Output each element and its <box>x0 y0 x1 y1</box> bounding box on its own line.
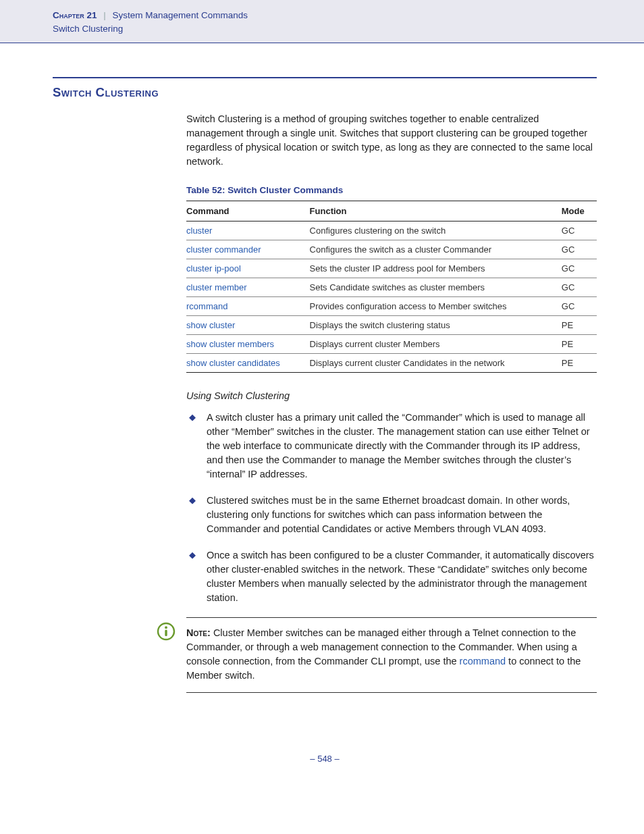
cmd-link[interactable]: cluster member <box>186 282 247 292</box>
svg-point-1 <box>165 626 167 629</box>
cmd-link[interactable]: cluster <box>186 226 212 236</box>
cmd-fn: Sets Candidate switches as cluster membe… <box>310 278 562 296</box>
page-header: Chapter 21 | System Management Commands … <box>0 0 644 43</box>
cmd-mode: PE <box>562 334 597 353</box>
th-function: Function <box>310 201 562 221</box>
cmd-mode: PE <box>562 353 597 372</box>
cmd-fn: Configures clustering on the switch <box>310 221 562 240</box>
note-link[interactable]: rcommand <box>460 656 506 667</box>
note-block: Note: Cluster Member switches can be man… <box>186 617 597 693</box>
commands-table: Command Function Mode cluster Configures… <box>186 201 597 373</box>
cmd-mode: GC <box>562 259 597 278</box>
section-title: Switch Clustering <box>53 85 597 100</box>
cmd-mode: GC <box>562 296 597 315</box>
page-number: – 548 – <box>53 754 597 764</box>
th-command: Command <box>186 201 310 221</box>
svg-rect-2 <box>165 630 167 637</box>
note-rule <box>186 692 597 693</box>
list-item: Once a switch has been configured to be … <box>186 548 597 605</box>
table-row: show cluster Displays the switch cluster… <box>186 315 597 334</box>
header-section: System Management Commands <box>113 10 248 20</box>
cmd-mode: GC <box>562 278 597 296</box>
cmd-fn: Sets the cluster IP address pool for Mem… <box>310 259 562 278</box>
bullet-list: A switch cluster has a primary unit call… <box>186 411 597 605</box>
header-subsection: Switch Clustering <box>53 23 644 36</box>
table-row: show cluster candidates Displays current… <box>186 353 597 372</box>
cmd-link[interactable]: show cluster candidates <box>186 358 280 368</box>
info-icon <box>157 622 176 641</box>
cmd-fn: Provides configuration access to Member … <box>310 296 562 315</box>
table-row: cluster member Sets Candidate switches a… <box>186 278 597 296</box>
cmd-fn: Configures the switch as a cluster Comma… <box>310 240 562 259</box>
cmd-fn: Displays current cluster Candidates in t… <box>310 353 562 372</box>
table-row: cluster Configures clustering on the swi… <box>186 221 597 240</box>
table-row: show cluster members Displays current cl… <box>186 334 597 353</box>
table-row: rcommand Provides configuration access t… <box>186 296 597 315</box>
table-row: cluster commander Configures the switch … <box>186 240 597 259</box>
th-mode: Mode <box>562 201 597 221</box>
cmd-mode: PE <box>562 315 597 334</box>
list-item: Clustered switches must be in the same E… <box>186 494 597 536</box>
table-caption: Table 52: Switch Cluster Commands <box>186 185 597 195</box>
intro-paragraph: Switch Clustering is a method of groupin… <box>186 112 597 169</box>
cmd-fn: Displays the switch clustering status <box>310 315 562 334</box>
section-rule <box>53 77 597 78</box>
header-chapter: Chapter 21 <box>53 10 97 20</box>
cmd-mode: GC <box>562 240 597 259</box>
header-divider: | <box>103 10 106 20</box>
cmd-link[interactable]: show cluster members <box>186 339 274 349</box>
cmd-link[interactable]: cluster ip-pool <box>186 263 241 273</box>
cmd-link[interactable]: rcommand <box>186 301 227 311</box>
table-row: cluster ip-pool Sets the cluster IP addr… <box>186 259 597 278</box>
list-item: A switch cluster has a primary unit call… <box>186 411 597 481</box>
note-label: Note: <box>186 627 211 638</box>
cmd-mode: GC <box>562 221 597 240</box>
cmd-fn: Displays current cluster Members <box>310 334 562 353</box>
cmd-link[interactable]: show cluster <box>186 320 235 330</box>
subheading: Using Switch Clustering <box>186 390 597 401</box>
cmd-link[interactable]: cluster commander <box>186 244 261 255</box>
